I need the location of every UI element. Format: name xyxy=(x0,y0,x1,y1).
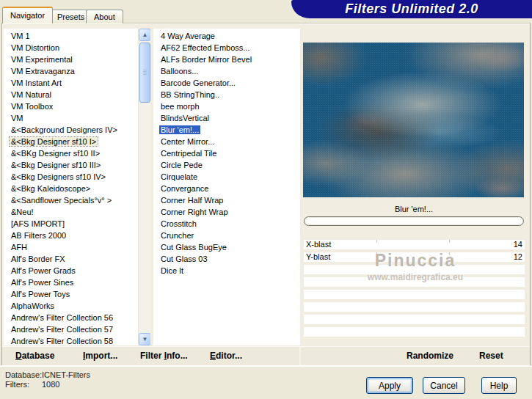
list-item[interactable]: Andrew's Filter Collection 57 xyxy=(4,323,138,335)
parameter-row[interactable] xyxy=(304,327,525,337)
tab-navigator[interactable]: Navigator xyxy=(2,7,53,23)
cancel-button[interactable]: Cancel xyxy=(423,377,465,394)
list-item-label: Andrew's Filter Collection 56 xyxy=(10,313,114,322)
list-item[interactable]: bee morph xyxy=(153,100,300,112)
parameter-row[interactable] xyxy=(304,302,525,312)
list-item[interactable]: &<Bkg Kaleidoscope> xyxy=(4,183,138,194)
parameter-row[interactable]: X-blast14 xyxy=(304,240,525,249)
list-item[interactable]: AB Filters 2000 xyxy=(4,230,138,241)
list-item[interactable]: VM Extravaganza xyxy=(4,65,138,77)
list-item-label: Center Mirror... xyxy=(159,137,216,146)
list-item[interactable]: Corner Half Wrap xyxy=(153,194,300,206)
list-item-label: VM Natural xyxy=(10,90,53,99)
filter-info-button[interactable]: Filter Info... xyxy=(140,351,188,361)
list-item[interactable]: &<Sandflower Specials°v° > xyxy=(4,194,138,206)
list-item-label: Cut Glass BugEye xyxy=(159,243,228,252)
parameter-row[interactable] xyxy=(304,290,525,299)
list-item-label: Andrew's Filter Collection 58 xyxy=(10,337,114,345)
tab-navigator-label: Navigator xyxy=(10,11,45,20)
scrollbar-thumb[interactable] xyxy=(139,43,150,103)
scroll-down-button[interactable]: ▼ xyxy=(139,333,150,345)
list-item[interactable]: Alf's Power Sines xyxy=(4,277,138,288)
list-item[interactable]: Centripedal Tile xyxy=(153,147,300,159)
list-item[interactable]: VM 1 xyxy=(4,30,138,42)
list-item-label: VM Instant Art xyxy=(10,78,63,87)
database-button[interactable]: Database xyxy=(15,351,54,361)
tab-about[interactable]: About xyxy=(86,10,123,23)
list-item[interactable]: BB StringThing.. xyxy=(153,89,300,100)
list-item[interactable]: &<Bkg Designers sf10 IV> xyxy=(4,171,138,183)
list-item[interactable]: Alf's Power Toys xyxy=(4,288,138,300)
list-item[interactable]: 4 Way Average xyxy=(153,30,300,42)
list-item[interactable]: AFH xyxy=(4,241,138,253)
filter-list[interactable]: 4 Way AverageAF62 Effected Emboss...ALFs… xyxy=(153,29,300,345)
list-item[interactable]: BlindsVertical xyxy=(153,112,300,124)
list-item[interactable]: [AFS IMPORT] xyxy=(4,218,138,230)
category-listbox: VM 1VM DistortionVM ExperimentalVM Extra… xyxy=(4,29,150,345)
list-item[interactable]: VM xyxy=(4,112,138,124)
list-item-label: VM Distortion xyxy=(10,43,61,52)
list-item[interactable]: VM Instant Art xyxy=(4,77,138,89)
category-list[interactable]: VM 1VM DistortionVM ExperimentalVM Extra… xyxy=(4,29,138,345)
list-item[interactable]: &<Bkg Designer sf10 I> xyxy=(4,136,138,147)
parameter-row[interactable] xyxy=(304,315,525,324)
list-item-label: Dice It xyxy=(159,266,185,275)
list-item[interactable]: &<Background Designers IV> xyxy=(4,124,138,136)
list-item[interactable]: Dice It xyxy=(153,265,300,277)
parameter-list: X-blast14Y-blast12 xyxy=(304,240,525,265)
parameter-row[interactable] xyxy=(304,277,525,287)
help-button[interactable]: Help xyxy=(481,377,517,394)
app-title: Filters Unlimited 2.0 xyxy=(345,1,478,17)
list-item[interactable]: Convergance xyxy=(153,183,300,194)
list-item[interactable]: Andrew's Filter Collection 58 xyxy=(4,335,138,345)
list-item[interactable]: VM Natural xyxy=(4,89,138,100)
list-item[interactable]: Corner Right Wrap xyxy=(153,206,300,218)
list-item[interactable]: Circle Pede xyxy=(153,159,300,171)
list-item-label: Alf's Border FX xyxy=(10,255,67,263)
list-item[interactable]: &Neu! xyxy=(4,206,138,218)
parameter-row[interactable]: Y-blast12 xyxy=(304,252,525,262)
import-button[interactable]: Import... xyxy=(83,351,117,361)
list-item[interactable]: Blur 'em!... xyxy=(153,124,300,136)
list-item[interactable]: VM Distortion xyxy=(4,42,138,54)
list-item-label: Barcode Generator... xyxy=(159,78,237,87)
preview-filter-label: Blur 'em!... xyxy=(301,205,527,213)
list-item[interactable]: Balloons... xyxy=(153,65,300,77)
list-item[interactable]: &<Bkg Designer sf10 III> xyxy=(4,159,138,171)
editor-button[interactable]: Editor... xyxy=(210,351,242,361)
list-item-label: Blur 'em!... xyxy=(159,125,200,134)
status-database-label: Database: xyxy=(5,370,42,379)
list-item[interactable]: &<BKg Designer sf10 II> xyxy=(4,147,138,159)
tab-about-label: About xyxy=(94,12,115,21)
list-item[interactable]: ALFs Border Mirror Bevel xyxy=(153,54,300,65)
list-item[interactable]: Alf's Border FX xyxy=(4,253,138,265)
list-item-label: &<Background Designers IV> xyxy=(10,125,119,134)
apply-button[interactable]: Apply xyxy=(366,377,413,394)
status-database-value: ICNET-Filters xyxy=(42,370,90,379)
scroll-up-button[interactable]: ▲ xyxy=(139,29,150,41)
list-item[interactable]: Crosstitch xyxy=(153,218,300,230)
status-filters-value: 1080 xyxy=(42,380,90,389)
list-item[interactable]: Cut Glass BugEye xyxy=(153,241,300,253)
list-item[interactable]: AlphaWorks xyxy=(4,300,138,312)
list-item[interactable]: AF62 Effected Emboss... xyxy=(153,42,300,54)
category-scrollbar[interactable]: ▲ ▼ xyxy=(138,29,150,345)
list-item[interactable]: Cut Glass 03 xyxy=(153,253,300,265)
list-item[interactable]: Center Mirror... xyxy=(153,136,300,147)
parameter-row[interactable] xyxy=(304,265,525,274)
list-item[interactable]: Alf's Power Grads xyxy=(4,265,138,277)
list-item[interactable]: Cirquelate xyxy=(153,171,300,183)
list-item-label: Alf's Power Grads xyxy=(10,266,77,275)
list-item-label: Circle Pede xyxy=(159,161,204,169)
list-item[interactable]: Andrew's Filter Collection 56 xyxy=(4,312,138,323)
reset-button[interactable]: Reset xyxy=(479,351,503,361)
list-item[interactable]: VM Toolbox xyxy=(4,100,138,112)
preview-panel: Blur 'em!... X-blast14Y-blast12 Pinuccia… xyxy=(301,29,530,346)
list-item[interactable]: VM Experimental xyxy=(4,54,138,65)
list-item-label: &Neu! xyxy=(10,208,35,216)
list-item-label: Centripedal Tile xyxy=(159,149,218,158)
list-item[interactable]: Barcode Generator... xyxy=(153,77,300,89)
list-item-label: VM Experimental xyxy=(10,55,74,64)
list-item[interactable]: Cruncher xyxy=(153,230,300,241)
randomize-button[interactable]: Randomize xyxy=(407,351,453,361)
